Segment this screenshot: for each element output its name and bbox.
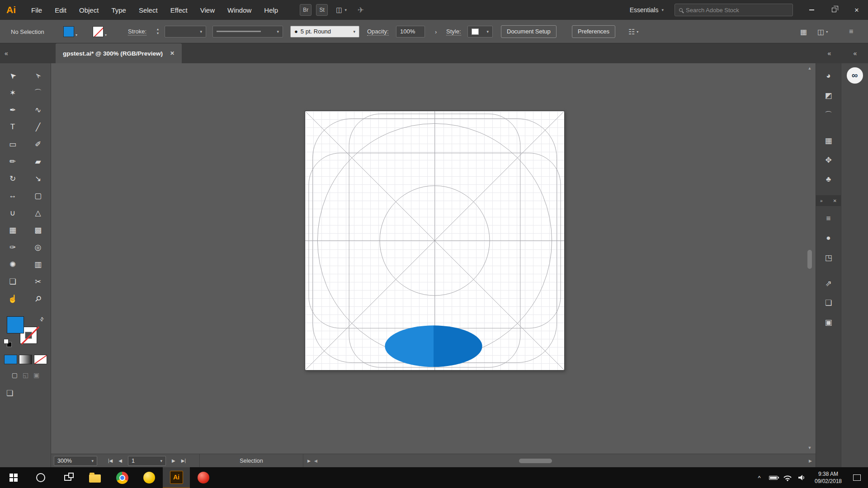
opacity-label[interactable]: Opacity: (367, 28, 389, 35)
slice-tool[interactable]: ✂ (25, 273, 51, 290)
task-view-button[interactable] (54, 467, 81, 488)
direct-selection-tool[interactable]: ➢ (25, 67, 51, 84)
perspective-grid-tool[interactable]: △ (25, 204, 51, 221)
column-graph-tool[interactable]: ▥ (25, 256, 51, 273)
stroke-weight-select[interactable]: ▾ (165, 26, 206, 38)
stepper-down-icon[interactable]: ▾ (157, 32, 159, 36)
action-center-button[interactable] (848, 474, 865, 481)
symbol-sprayer-tool[interactable]: ✺ (0, 256, 25, 273)
none-button[interactable] (34, 355, 47, 364)
vertical-scrollbar[interactable]: ▲ ▼ (806, 65, 813, 451)
eyedropper-tool[interactable]: ✑ (0, 239, 25, 256)
zoom-level-select[interactable]: 300% ▾ (54, 456, 97, 466)
document-setup-button[interactable]: Document Setup (501, 25, 557, 38)
rectangle-tool[interactable]: ▭ (0, 136, 25, 153)
fill-color-swatch[interactable] (63, 26, 74, 37)
menu-object[interactable]: Object (73, 0, 105, 20)
curvature-tool[interactable]: ∿ (25, 101, 51, 118)
ellipse-left-half[interactable] (385, 325, 434, 367)
opacity-input[interactable]: 100% (396, 26, 425, 38)
blue-ellipse-shape[interactable] (385, 325, 482, 367)
export-icon[interactable]: ⇗ (820, 274, 838, 292)
menu-list-icon[interactable]: ≡ (849, 28, 853, 36)
red-app-button[interactable] (190, 467, 217, 488)
fill-color-control[interactable]: ▾ (63, 26, 77, 37)
stroke-weight-stepper[interactable]: ▴ ▾ (157, 27, 159, 36)
lasso-tool[interactable]: ⌒ (25, 84, 51, 101)
inner-dock-collapse-button[interactable]: « (816, 43, 842, 63)
default-fill-stroke-icon[interactable] (4, 339, 14, 349)
shaper-tool[interactable]: ✏ (0, 153, 25, 170)
pattern-icon[interactable]: ▦ (820, 131, 838, 150)
expand-panel-icon[interactable]: » (820, 198, 823, 203)
hand-tool[interactable]: ☝ (0, 290, 25, 307)
minimize-button[interactable] (800, 0, 823, 20)
opacity-flyout-icon[interactable]: › (435, 28, 437, 35)
restore-button[interactable] (823, 0, 845, 20)
menu-edit[interactable]: Edit (48, 0, 73, 20)
color-button[interactable] (4, 355, 17, 364)
selection-tool[interactable]: ➤ (0, 67, 25, 84)
symbols-icon[interactable]: ♣ (820, 170, 838, 188)
menu-type[interactable]: Type (105, 0, 132, 20)
yellow-app-button[interactable] (136, 467, 163, 488)
outer-dock-collapse-button[interactable]: « (842, 43, 868, 63)
close-button[interactable]: ✕ (845, 0, 868, 20)
vertical-scroll-track[interactable] (807, 71, 812, 445)
scale-tool[interactable]: ↘ (25, 170, 51, 187)
draw-inside-icon[interactable]: ▣ (33, 371, 39, 379)
document-tab[interactable]: gpstest.ai* @ 300% (RGB/Preview) ✕ (56, 43, 182, 63)
cortana-search-button[interactable] (27, 467, 54, 488)
battery-button[interactable] (766, 476, 780, 480)
brush-select[interactable]: ● 5 pt. Round ▾ (290, 26, 359, 38)
next-artboard-button[interactable]: ▶ (172, 458, 175, 463)
toolbar-collapse-button[interactable]: « (0, 43, 51, 63)
rotate-tool[interactable]: ↻ (0, 170, 25, 187)
draw-behind-icon[interactable]: ◱ (23, 371, 28, 379)
volume-button[interactable] (794, 474, 808, 481)
horizontal-scroll-thumb[interactable] (519, 459, 552, 463)
network-button[interactable] (780, 474, 794, 481)
color-themes-icon[interactable]: ◕ (820, 67, 838, 85)
width-tool[interactable]: ↔ (0, 187, 25, 204)
align-control[interactable]: ☷ ▾ (628, 27, 638, 36)
canvas-pasteboard[interactable]: ▲ ▼ (51, 63, 816, 454)
file-explorer-button[interactable] (81, 467, 108, 488)
pen-tool[interactable]: ✒ (0, 101, 25, 118)
stepper-up-icon[interactable]: ▴ (157, 27, 159, 31)
draw-normal-icon[interactable]: ▢ (12, 371, 18, 379)
artboard[interactable] (305, 111, 565, 371)
arrange-documents-button[interactable]: ◫ ▾ (336, 6, 347, 14)
tray-expand-button[interactable]: ^ (752, 474, 766, 481)
taskbar-clock[interactable]: 9:38 AM 09/02/2018 (808, 470, 848, 485)
preferences-button[interactable]: Preferences (572, 25, 615, 38)
menu-window[interactable]: Window (221, 0, 258, 20)
horizontal-scroll-track[interactable] (320, 458, 807, 464)
fill-swatch[interactable] (7, 316, 24, 333)
style-select[interactable]: ▾ (467, 26, 493, 38)
stroke-label[interactable]: Stroke: (128, 28, 146, 35)
zoom-tool[interactable]: ⚲ (25, 290, 51, 307)
artboard-number-select[interactable]: 1 ▾ (128, 456, 166, 466)
gradient-tool[interactable]: ▩ (25, 221, 51, 239)
line-segment-tool[interactable]: ╱ (25, 118, 51, 136)
menu-view[interactable]: View (194, 0, 221, 20)
scroll-left-icon[interactable]: ◀ (314, 459, 317, 463)
properties-icon[interactable]: ≡ (820, 210, 838, 228)
menu-help[interactable]: Help (258, 0, 284, 20)
panel-layout-control[interactable]: ◫ ▾ (817, 27, 828, 36)
stroke-color-swatch[interactable] (93, 26, 104, 37)
paintbrush-tool[interactable]: ✐ (25, 136, 51, 153)
menu-select[interactable]: Select (132, 0, 164, 20)
illustrator-taskbar-button[interactable]: Ai (163, 467, 190, 488)
creative-cloud-icon[interactable]: ∞ (847, 67, 863, 84)
puppet-warp-icon[interactable]: ✥ (820, 151, 838, 169)
last-artboard-button[interactable]: ▶| (181, 458, 186, 463)
status-display[interactable]: Selection (199, 454, 303, 467)
stock-button[interactable]: St (316, 4, 328, 16)
vertical-scroll-thumb[interactable] (807, 250, 812, 269)
type-tool[interactable]: T (0, 118, 25, 136)
menu-effect[interactable]: Effect (164, 0, 194, 20)
chrome-button[interactable] (108, 467, 136, 488)
status-flyout-icon[interactable]: ▶ (307, 459, 311, 463)
